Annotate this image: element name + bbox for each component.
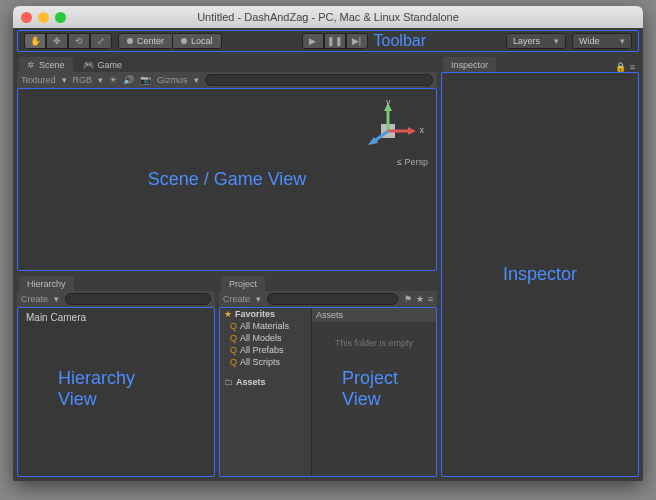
star-icon: ★ — [224, 309, 232, 319]
hierarchy-item[interactable]: Main Camera — [22, 310, 210, 325]
axis-x-label: x — [420, 125, 425, 135]
scene-icon: ✲ — [27, 60, 35, 70]
pivot-label: Center — [137, 36, 164, 46]
project-search[interactable] — [267, 293, 398, 305]
tab-label: Project — [229, 279, 257, 289]
zoom-window-button[interactable] — [55, 12, 66, 23]
search-icon: Q — [230, 357, 237, 367]
orientation-gizmo[interactable]: y x — [358, 101, 418, 181]
step-icon: ▶| — [352, 36, 361, 46]
transform-tool-group: ✋ ✥ ⟲ ⤢ — [24, 33, 112, 49]
minimize-window-button[interactable] — [38, 12, 49, 23]
tab-project[interactable]: Project — [221, 276, 265, 291]
tab-label: Inspector — [451, 60, 488, 70]
hand-tool-button[interactable]: ✋ — [24, 33, 46, 49]
close-window-button[interactable] — [21, 12, 32, 23]
scene-annotation: Scene / Game View — [148, 169, 307, 190]
folder-icon: 🗀 — [224, 377, 233, 387]
layers-dropdown[interactable]: Layers▾ — [506, 33, 566, 49]
chevron-down-icon: ▾ — [98, 75, 103, 85]
scene-toolbar: Textured▾ RGB▾ ☀ 🔊 📷 Gizmos▾ — [17, 72, 437, 88]
pause-button[interactable]: ❚❚ — [324, 33, 346, 49]
editor-window: Untitled - DashAndZag - PC, Mac & Linux … — [13, 6, 643, 481]
inspector-panel: Inspector 🔒≡ Inspector — [441, 56, 639, 477]
layout-dropdown[interactable]: Wide▾ — [572, 33, 632, 49]
hierarchy-search[interactable] — [65, 293, 211, 305]
tab-label: Hierarchy — [27, 279, 66, 289]
chevron-down-icon: ▾ — [62, 75, 67, 85]
hierarchy-view[interactable]: Main Camera HierarchyView — [17, 307, 215, 477]
gizmos-dropdown[interactable]: Gizmos — [157, 75, 188, 85]
scene-view[interactable]: Scene / Game View y x — [17, 88, 437, 271]
assets-folder[interactable]: 🗀Assets — [220, 376, 311, 388]
move-tool-button[interactable]: ✥ — [46, 33, 68, 49]
create-dropdown[interactable]: Create — [21, 294, 48, 304]
tab-label: Scene — [39, 60, 65, 70]
toolbar-annotation: Toolbar — [374, 32, 426, 50]
menu-icon[interactable]: ≡ — [630, 62, 635, 72]
layers-label: Layers — [513, 36, 540, 46]
coord-toggle[interactable]: Local — [173, 33, 222, 49]
pivot-group: Center Local — [118, 33, 222, 49]
rotate-tool-button[interactable]: ⟲ — [68, 33, 90, 49]
favorite-item[interactable]: QAll Materials — [220, 320, 311, 332]
tab-scene[interactable]: ✲Scene — [19, 57, 73, 72]
fx-toggle[interactable]: 📷 — [140, 75, 151, 85]
step-button[interactable]: ▶| — [346, 33, 368, 49]
lock-icon[interactable]: 🔒 — [615, 62, 626, 72]
coord-label: Local — [191, 36, 213, 46]
project-toolbar: Create▾ ⚑ ★ ≡ — [219, 291, 437, 307]
breadcrumb[interactable]: Assets — [312, 308, 436, 322]
label-icon[interactable]: ★ — [416, 294, 424, 304]
axis-y-label: y — [386, 97, 391, 107]
chevron-down-icon: ▾ — [554, 36, 559, 46]
project-annotation: ProjectView — [342, 368, 398, 410]
favorite-item[interactable]: QAll Prefabs — [220, 344, 311, 356]
chevron-down-icon: ▾ — [256, 294, 261, 304]
radio-icon — [127, 38, 133, 44]
svg-marker-4 — [408, 127, 416, 135]
project-panel: Project Create▾ ⚑ ★ ≡ ★Favorites — [219, 275, 437, 477]
hand-icon: ✋ — [30, 36, 41, 46]
game-icon: 🎮 — [83, 60, 94, 70]
play-button[interactable]: ▶ — [302, 33, 324, 49]
play-controls: ▶ ❚❚ ▶| — [302, 33, 368, 49]
hierarchy-annotation: HierarchyView — [58, 368, 135, 410]
favorite-item[interactable]: QAll Scripts — [220, 356, 311, 368]
tab-hierarchy[interactable]: Hierarchy — [19, 276, 74, 291]
play-icon: ▶ — [309, 36, 316, 46]
menu-icon[interactable]: ≡ — [428, 294, 433, 304]
chevron-down-icon: ▾ — [620, 36, 625, 46]
tab-inspector[interactable]: Inspector — [443, 57, 496, 72]
titlebar[interactable]: Untitled - DashAndZag - PC, Mac & Linux … — [13, 6, 643, 28]
tab-label: Game — [98, 60, 123, 70]
projection-label[interactable]: ≤ Persp — [397, 157, 428, 167]
rgb-dropdown[interactable]: RGB — [73, 75, 93, 85]
search-icon: Q — [230, 321, 237, 331]
project-content[interactable]: Assets This folder is empty ProjectView — [312, 308, 436, 476]
chevron-down-icon: ▾ — [194, 75, 199, 85]
filter-icon[interactable]: ⚑ — [404, 294, 412, 304]
scale-tool-button[interactable]: ⤢ — [90, 33, 112, 49]
tab-game[interactable]: 🎮Game — [75, 57, 131, 72]
search-icon: Q — [230, 333, 237, 343]
create-dropdown[interactable]: Create — [223, 294, 250, 304]
pivot-toggle[interactable]: Center — [118, 33, 173, 49]
project-view[interactable]: ★Favorites QAll Materials QAll Models QA… — [219, 307, 437, 477]
scene-panel: ✲Scene 🎮Game Textured▾ RGB▾ ☀ 🔊 📷 Gizmos… — [17, 56, 437, 271]
search-icon: Q — [230, 345, 237, 355]
rotate-icon: ⟲ — [75, 36, 83, 46]
inspector-annotation: Inspector — [503, 264, 577, 285]
inspector-view[interactable]: Inspector — [441, 72, 639, 477]
move-icon: ✥ — [53, 36, 61, 46]
audio-toggle[interactable]: 🔊 — [123, 75, 134, 85]
content-area: ✲Scene 🎮Game Textured▾ RGB▾ ☀ 🔊 📷 Gizmos… — [13, 52, 643, 481]
layout-label: Wide — [579, 36, 600, 46]
empty-message: This folder is empty — [312, 338, 436, 348]
favorite-item[interactable]: QAll Models — [220, 332, 311, 344]
scene-search[interactable] — [205, 74, 433, 86]
shading-dropdown[interactable]: Textured — [21, 75, 56, 85]
project-tree[interactable]: ★Favorites QAll Materials QAll Models QA… — [220, 308, 312, 476]
light-toggle[interactable]: ☀ — [109, 75, 117, 85]
toolbar: ✋ ✥ ⟲ ⤢ Center Local ▶ ❚❚ ▶| Toolbar Lay… — [17, 30, 639, 52]
